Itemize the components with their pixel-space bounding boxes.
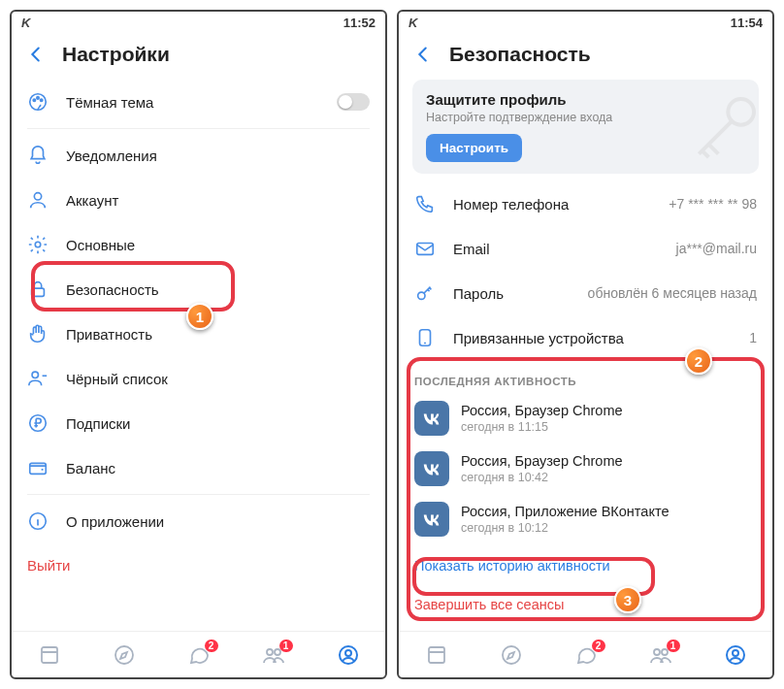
svg-point-2 <box>37 97 39 99</box>
setting-label: Чёрный список <box>66 371 370 387</box>
svg-point-23 <box>654 649 660 655</box>
lock-icon <box>27 279 49 300</box>
setting-label: Основные <box>66 237 370 253</box>
svg-point-4 <box>34 193 41 200</box>
setting-label: Тёмная тема <box>66 94 319 111</box>
row-label: Привязанные устройства <box>453 330 732 346</box>
row-value: 1 <box>749 330 757 345</box>
svg-rect-18 <box>417 244 434 255</box>
svg-point-12 <box>115 646 133 664</box>
row-devices[interactable]: Привязанные устройства 1 <box>399 315 772 360</box>
row-value: +7 *** *** ** 98 <box>669 196 757 212</box>
setting-blacklist[interactable]: Чёрный список <box>12 356 385 401</box>
phone-icon <box>414 193 436 214</box>
page-title: Безопасность <box>449 43 591 66</box>
setting-account[interactable]: Аккаунт <box>12 178 385 222</box>
setting-theme[interactable]: Тёмная тема <box>12 80 385 124</box>
svg-point-16 <box>345 650 351 656</box>
row-value: обновлён 6 месяцев назад <box>588 285 757 301</box>
divider <box>27 128 370 129</box>
status-bar: K 11:52 <box>12 12 385 33</box>
back-arrow-icon[interactable] <box>25 44 47 65</box>
status-app-letter: K <box>408 16 417 30</box>
promo-card: Защитите профиль Настройте подтверждение… <box>412 80 759 174</box>
setting-notifications[interactable]: Уведомления <box>12 133 385 178</box>
tab-messages[interactable]: 2 <box>574 643 598 667</box>
setting-about[interactable]: О приложении <box>12 499 385 543</box>
svg-point-14 <box>275 649 280 655</box>
svg-point-5 <box>35 242 41 247</box>
tab-news[interactable] <box>425 643 448 667</box>
tab-discover[interactable] <box>113 643 136 667</box>
setting-subscriptions[interactable]: Подписки <box>12 401 385 445</box>
tab-profile[interactable] <box>724 643 747 667</box>
session-info: Россия, Приложение ВКонтакте сегодня в 1… <box>461 504 669 535</box>
svg-point-19 <box>418 292 425 299</box>
tab-bar: 2 1 <box>12 631 385 677</box>
svg-point-13 <box>267 649 273 655</box>
divider <box>27 494 370 495</box>
users-minus-icon <box>27 368 49 389</box>
theme-toggle[interactable] <box>337 93 370 111</box>
ruble-icon <box>27 412 49 434</box>
svg-rect-21 <box>429 647 444 663</box>
promo-configure-button[interactable]: Настроить <box>426 134 522 162</box>
session-item[interactable]: Россия, Браузер Chrome сегодня в 11:15 <box>399 393 772 443</box>
gear-icon <box>27 234 49 255</box>
user-icon <box>27 189 49 211</box>
bell-icon <box>27 145 49 166</box>
setting-balance[interactable]: Баланс <box>12 445 385 490</box>
tab-bar: 2 1 <box>399 631 772 677</box>
header: Безопасность <box>399 33 772 80</box>
svg-point-7 <box>32 372 38 377</box>
session-info: Россия, Браузер Chrome сегодня в 11:15 <box>461 403 623 434</box>
setting-label: Приватность <box>66 326 370 343</box>
tab-news[interactable] <box>38 643 61 667</box>
page-title: Настройки <box>62 43 170 66</box>
session-item[interactable]: Россия, Браузер Chrome сегодня в 10:42 <box>399 443 772 494</box>
logout-button[interactable]: Выйти <box>12 543 385 587</box>
status-app-letter: K <box>21 16 30 30</box>
svg-rect-6 <box>32 288 45 296</box>
wallet-icon <box>27 457 49 478</box>
setting-label: Уведомления <box>66 148 370 164</box>
activity-section-header: ПОСЛЕДНЯЯ АКТИВНОСТЬ <box>399 360 772 393</box>
setting-label: Безопасность <box>66 281 370 298</box>
session-time: сегодня в 10:12 <box>461 521 669 535</box>
setting-label: Баланс <box>66 460 370 476</box>
key-icon <box>681 89 759 167</box>
mail-icon <box>414 238 436 259</box>
row-phone[interactable]: Номер телефона +7 *** *** ** 98 <box>399 181 772 226</box>
tab-friends[interactable]: 1 <box>649 643 672 667</box>
svg-point-24 <box>662 649 668 655</box>
messages-badge: 2 <box>205 640 218 652</box>
show-activity-history-link[interactable]: Показать историю активности <box>399 544 772 587</box>
setting-general[interactable]: Основные <box>12 222 385 267</box>
setting-privacy[interactable]: Приватность <box>12 312 385 356</box>
svg-rect-11 <box>42 647 57 663</box>
friends-badge: 1 <box>279 640 293 652</box>
session-time: сегодня в 11:15 <box>461 420 623 434</box>
svg-point-3 <box>40 99 42 101</box>
row-label: Пароль <box>453 285 571 302</box>
session-item[interactable]: Россия, Приложение ВКонтакте сегодня в 1… <box>399 494 772 544</box>
tab-friends[interactable]: 1 <box>262 643 285 667</box>
setting-label: Подписки <box>66 415 370 432</box>
tab-messages[interactable]: 2 <box>187 643 211 667</box>
setting-label: О приложении <box>66 513 370 530</box>
session-title: Россия, Браузер Chrome <box>461 453 623 469</box>
end-all-sessions-link[interactable]: Завершить все сеансы <box>399 587 772 626</box>
svg-point-26 <box>733 650 738 656</box>
back-arrow-icon[interactable] <box>412 44 434 65</box>
palette-icon <box>27 91 49 113</box>
row-email[interactable]: Email ja***@mail.ru <box>399 226 772 271</box>
friends-badge: 1 <box>667 640 680 652</box>
row-password[interactable]: Пароль обновлён 6 месяцев назад <box>399 271 772 315</box>
session-title: Россия, Браузер Chrome <box>461 403 623 418</box>
tab-profile[interactable] <box>337 643 360 667</box>
setting-label: Аккаунт <box>66 192 370 209</box>
svg-point-22 <box>503 646 520 664</box>
setting-security[interactable]: Безопасность <box>12 267 385 312</box>
hand-icon <box>27 323 49 344</box>
tab-discover[interactable] <box>500 643 523 667</box>
